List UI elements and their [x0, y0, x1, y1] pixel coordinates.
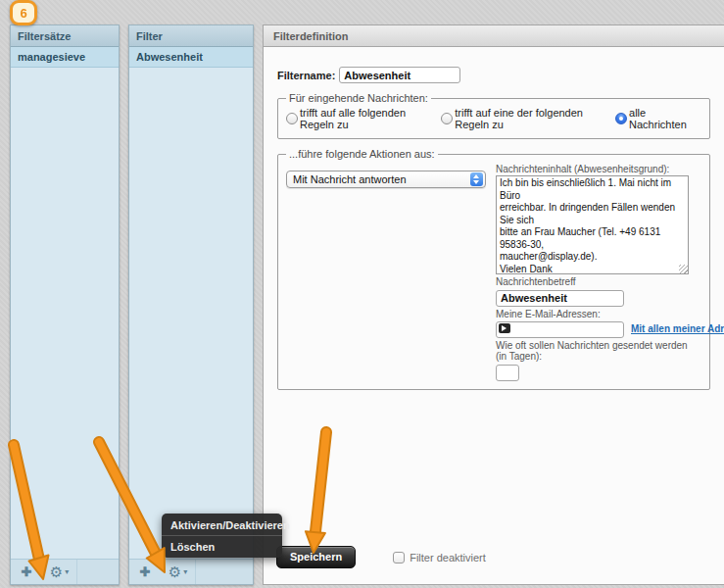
incoming-legend: Für eingehende Nachrichten: [286, 92, 431, 104]
pane-body: Filtername: Für eingehende Nachrichten: … [264, 47, 724, 584]
actions-legend: ...führe folgende Aktionen aus: [286, 148, 438, 160]
filtersets-footer: ✚ ⚙ ▾ [11, 559, 119, 584]
interval-input[interactable] [496, 365, 519, 381]
radio-icon[interactable] [441, 113, 453, 124]
actions-fieldset: ...führe folgende Aktionen aus: Mit Nach… [277, 148, 710, 390]
addresses-input[interactable] [496, 321, 624, 338]
radio-icon[interactable] [286, 113, 298, 124]
select-stepper-icon [470, 172, 483, 186]
footer-spacer [77, 560, 119, 584]
step-badge: 6 [10, 0, 37, 25]
menu-item-delete[interactable]: Löschen [162, 535, 282, 557]
interval-label: Wie oft sollen Nachrichten gesendet werd… [496, 340, 692, 362]
chevron-down-icon: ▾ [65, 567, 69, 576]
add-filterset-button[interactable]: ✚ [11, 560, 42, 584]
pane-title: Filterdefinition [264, 25, 724, 47]
filter-actions-button[interactable]: ⚙ ▾ [161, 560, 196, 584]
radio-option-all-rules[interactable]: trifft auf alle folgenden Regeln zu [286, 107, 433, 130]
action-select-value: Mit Nachricht antworten [293, 173, 407, 185]
filter-definition-pane: Filterdefinition Filtername: Für eingehe… [263, 24, 724, 585]
gear-context-menu: Aktivieren/Deaktivieren Löschen [162, 514, 282, 558]
fill-all-addresses-link[interactable]: Mit allen meiner Adressen [631, 323, 724, 334]
filtername-label: Filtername: [277, 70, 335, 81]
plus-icon: ✚ [140, 564, 151, 579]
filter-deactivated-label: Filter deaktiviert [410, 552, 486, 564]
incoming-fieldset: Für eingehende Nachrichten: trifft auf a… [277, 92, 710, 139]
action-select[interactable]: Mit Nachricht antworten [286, 171, 486, 188]
footer-spacer [196, 560, 253, 584]
filter-deactivated-checkbox[interactable] [393, 552, 405, 564]
filtername-input[interactable] [339, 67, 460, 83]
filterset-actions-button[interactable]: ⚙ ▾ [42, 560, 77, 584]
vacation-reason-textarea[interactable]: Ich bin bis einschließlich 1. Mai nicht … [496, 175, 689, 274]
menu-item-activate-deactivate[interactable]: Aktivieren/Deaktivieren [162, 514, 282, 535]
subject-input[interactable] [496, 290, 624, 307]
radio-label: trifft auf eine der folgenden Regeln zu [455, 107, 607, 130]
list-item-abwesenheit[interactable]: Abwesenheit [129, 47, 253, 68]
radio-label: alle Nachrichten [629, 107, 694, 130]
radio-option-all-messages[interactable]: alle Nachrichten [615, 107, 694, 130]
resize-grip-icon[interactable] [679, 265, 688, 273]
content-label: Nachrichteninhalt (Abwesenheitsgrund): [496, 164, 692, 174]
list-item-managesieve[interactable]: managesieve [11, 47, 119, 68]
subject-label: Nachrichtenbetreff [496, 276, 692, 287]
filters-footer: ✚ ⚙ ▾ [129, 559, 253, 584]
filtersets-column: Filtersätze managesieve ✚ ⚙ ▾ [10, 24, 120, 585]
plus-icon: ✚ [22, 564, 32, 579]
add-filter-button[interactable]: ✚ [129, 560, 161, 584]
filters-column: Filter Abwesenheit ✚ ⚙ ▾ [128, 24, 254, 585]
radio-option-any-rule[interactable]: trifft auf eine der folgenden Regeln zu [441, 107, 607, 130]
chevron-down-icon: ▾ [183, 567, 187, 576]
addresses-label: Meine E-Mail-Adressen: [496, 309, 692, 319]
gear-icon: ⚙ [169, 564, 181, 579]
radio-label: trifft auf alle folgenden Regeln zu [300, 107, 433, 130]
save-button[interactable]: Speichern [276, 546, 356, 568]
address-insert-icon[interactable] [499, 323, 510, 333]
gear-icon: ⚙ [50, 564, 63, 579]
filters-header: Filter [129, 25, 253, 47]
filtersets-header: Filtersätze [11, 25, 119, 47]
radio-icon[interactable] [615, 113, 627, 124]
